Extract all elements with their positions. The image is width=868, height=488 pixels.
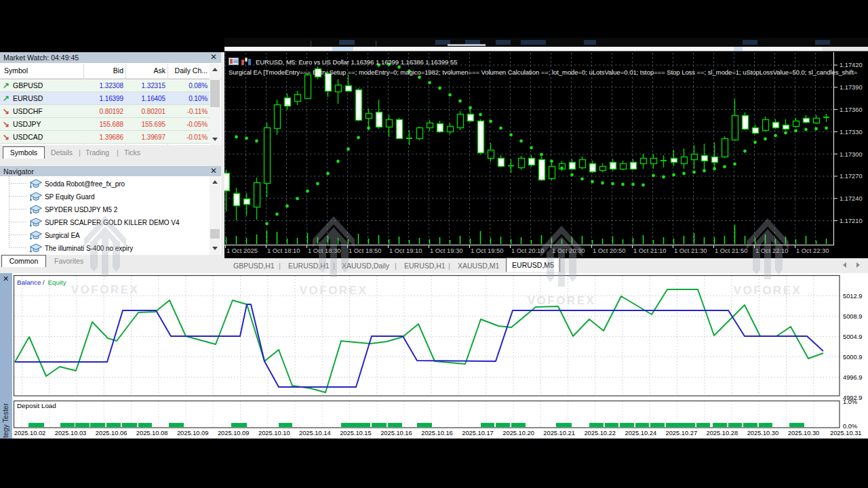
svg-text:VOFOREX: VOFOREX — [71, 283, 140, 296]
svg-text:VOFOREX: VOFOREX — [300, 284, 368, 297]
svg-text:VOFOREX: VOFOREX — [734, 284, 802, 297]
svg-text:VOFOREX: VOFOREX — [528, 294, 596, 307]
